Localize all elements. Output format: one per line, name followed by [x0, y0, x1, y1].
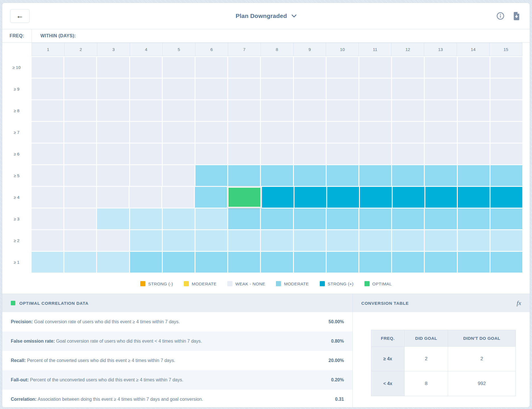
heatmap-cell-weak-none[interactable] [294, 79, 326, 99]
heatmap-cell-weak-moderate[interactable] [425, 230, 457, 251]
heatmap-cell-moderate[interactable] [228, 165, 260, 186]
heatmap-cell-moderate[interactable] [327, 208, 358, 229]
heatmap-cell-weak-none[interactable] [490, 144, 522, 164]
heatmap-cell-strong-positive[interactable] [327, 187, 359, 208]
heatmap-cell-weak-none[interactable] [327, 144, 358, 164]
heatmap-cell-moderate[interactable] [392, 165, 424, 186]
heatmap-cell-weak-moderate[interactable] [64, 252, 96, 273]
heatmap-cell-moderate[interactable] [327, 165, 358, 186]
heatmap-cell-weak-none[interactable] [425, 57, 457, 78]
heatmap-cell-weak-moderate[interactable] [458, 230, 490, 251]
heatmap-cell-weak-none[interactable] [32, 144, 63, 164]
heatmap-cell-weak-moderate[interactable] [195, 208, 227, 229]
heatmap-cell-moderate[interactable] [294, 252, 326, 273]
heatmap-cell-moderate[interactable] [195, 165, 227, 186]
heatmap-cell-weak-none[interactable] [490, 122, 522, 143]
heatmap-cell-weak-none[interactable] [97, 100, 129, 121]
heatmap-cell-weak-none[interactable] [228, 79, 260, 99]
heatmap-cell-moderate[interactable] [130, 252, 162, 273]
heatmap-cell-moderate[interactable] [458, 208, 490, 229]
heatmap-cell-weak-none[interactable] [97, 144, 129, 164]
heatmap-cell-strong-positive[interactable] [425, 187, 457, 208]
heatmap-cell-weak-none[interactable] [64, 165, 96, 186]
heatmap-cell-strong-positive[interactable] [294, 187, 326, 208]
heatmap-cell-weak-moderate[interactable] [195, 230, 227, 251]
heatmap-cell-weak-none[interactable] [458, 100, 490, 121]
heatmap-cell-weak-none[interactable] [97, 57, 129, 78]
heatmap-cell-moderate[interactable] [228, 208, 260, 229]
heatmap-cell-strong-positive[interactable] [393, 187, 424, 208]
heatmap-cell-moderate[interactable] [261, 208, 293, 229]
heatmap-cell-weak-none[interactable] [129, 187, 161, 208]
heatmap-cell-weak-none[interactable] [32, 230, 63, 251]
heatmap-cell-weak-none[interactable] [195, 144, 227, 164]
heatmap-cell-moderate[interactable] [327, 252, 358, 273]
heatmap-cell-moderate[interactable] [392, 252, 424, 273]
heatmap-cell-weak-none[interactable] [359, 122, 391, 143]
heatmap-cell-moderate[interactable] [425, 208, 457, 229]
heatmap-cell-weak-none[interactable] [392, 79, 424, 99]
heatmap-cell-moderate[interactable] [261, 252, 293, 273]
heatmap-cell-weak-none[interactable] [425, 79, 457, 99]
heatmap-cell-weak-none[interactable] [425, 122, 457, 143]
heatmap-cell-weak-none[interactable] [425, 100, 457, 121]
heatmap-cell-weak-moderate[interactable] [392, 230, 424, 251]
heatmap-cell-weak-none[interactable] [64, 187, 96, 208]
heatmap-cell-weak-moderate[interactable] [490, 230, 522, 251]
heatmap-cell-weak-none[interactable] [458, 57, 490, 78]
heatmap-cell-weak-none[interactable] [32, 187, 63, 208]
heatmap-cell-weak-moderate[interactable] [163, 230, 195, 251]
heatmap-cell-weak-none[interactable] [392, 144, 424, 164]
heatmap-cell-moderate[interactable] [458, 252, 490, 273]
heatmap-cell-weak-none[interactable] [294, 57, 326, 78]
heatmap-cell-weak-none[interactable] [392, 100, 424, 121]
heatmap-cell-weak-none[interactable] [97, 187, 129, 208]
heatmap-cell-strong-positive[interactable] [490, 187, 522, 208]
heatmap-cell-weak-moderate[interactable] [97, 252, 129, 273]
heatmap-cell-weak-none[interactable] [32, 165, 63, 186]
formula-fx-icon[interactable]: fx [517, 299, 521, 307]
heatmap-cell-weak-none[interactable] [327, 57, 358, 78]
heatmap-cell-weak-none[interactable] [392, 122, 424, 143]
heatmap-cell-moderate[interactable] [490, 165, 522, 186]
heatmap-cell-weak-none[interactable] [64, 79, 96, 99]
heatmap-cell-moderate[interactable] [359, 208, 391, 229]
heatmap-cell-weak-moderate[interactable] [97, 208, 129, 229]
heatmap-cell-weak-none[interactable] [130, 57, 162, 78]
heatmap-cell-moderate[interactable] [392, 208, 424, 229]
heatmap-cell-weak-none[interactable] [130, 165, 162, 186]
heatmap-cell-weak-none[interactable] [294, 122, 326, 143]
heatmap-cell-weak-none[interactable] [32, 79, 63, 99]
heatmap-cell-moderate[interactable] [261, 165, 293, 186]
heatmap-cell-weak-none[interactable] [490, 57, 522, 78]
heatmap-cell-weak-none[interactable] [392, 57, 424, 78]
heatmap-cell-weak-none[interactable] [458, 122, 490, 143]
heatmap-cell-weak-none[interactable] [195, 122, 227, 143]
info-icon[interactable] [496, 12, 504, 20]
heatmap-cell-strong-positive[interactable] [458, 187, 490, 208]
heatmap-cell-weak-none[interactable] [261, 144, 293, 164]
heatmap-cell-moderate[interactable] [228, 252, 260, 273]
heatmap-cell-weak-none[interactable] [228, 122, 260, 143]
heatmap-cell-weak-none[interactable] [425, 144, 457, 164]
heatmap-cell-weak-none[interactable] [359, 57, 391, 78]
heatmap-cell-weak-moderate[interactable] [163, 208, 195, 229]
heatmap-cell-weak-none[interactable] [130, 122, 162, 143]
heatmap-cell-weak-none[interactable] [162, 187, 194, 208]
heatmap-cell-weak-none[interactable] [64, 57, 96, 78]
heatmap-cell-weak-moderate[interactable] [359, 230, 391, 251]
heatmap-cell-weak-none[interactable] [163, 100, 195, 121]
heatmap-cell-weak-moderate[interactable] [261, 230, 293, 251]
event-selector-dropdown[interactable]: Plan Downgraded [2, 3, 530, 29]
heatmap-cell-weak-none[interactable] [130, 100, 162, 121]
heatmap-cell-weak-none[interactable] [359, 144, 391, 164]
heatmap-cell-weak-none[interactable] [261, 57, 293, 78]
heatmap-cell-moderate[interactable] [195, 187, 227, 208]
heatmap-cell-moderate[interactable] [359, 252, 391, 273]
heatmap-cell-weak-none[interactable] [32, 100, 63, 121]
heatmap-cell-weak-none[interactable] [32, 122, 63, 143]
heatmap-cell-weak-none[interactable] [97, 79, 129, 99]
heatmap-cell-weak-none[interactable] [458, 144, 490, 164]
heatmap-cell-moderate[interactable] [425, 252, 457, 273]
heatmap-cell-weak-none[interactable] [195, 100, 227, 121]
